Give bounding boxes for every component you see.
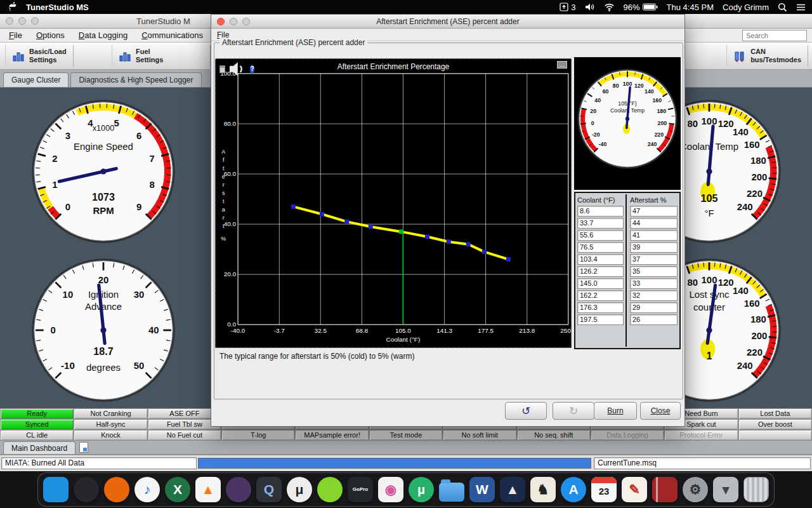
coolant-cell[interactable]: 8.6 (577, 206, 624, 217)
curve-point[interactable] (466, 242, 471, 246)
menubar-clock[interactable]: Thu 4:45 PM (667, 3, 714, 12)
zoom-window-button[interactable] (31, 17, 39, 25)
dock-dictionary-icon[interactable] (652, 477, 678, 502)
dock-itunes-icon[interactable]: ♪ (134, 477, 160, 502)
redo-button[interactable]: ↻ (553, 402, 594, 420)
dashboard-page-icon[interactable] (79, 442, 88, 453)
tab-gauge-cluster[interactable]: Gauge Cluster (3, 72, 69, 87)
menu-options[interactable]: Options (36, 30, 65, 40)
apple-menu-icon[interactable] (8, 2, 17, 12)
afterstart-cell[interactable]: 32 (630, 290, 678, 301)
dock-android-icon[interactable] (317, 477, 343, 502)
dock-rocket-icon[interactable]: ▲ (500, 477, 525, 502)
battery-indicator[interactable]: 96% (624, 3, 658, 12)
coolant-cell[interactable]: 76.5 (577, 242, 624, 253)
dock-utorrent-icon[interactable]: µ (409, 477, 434, 502)
dock-folder-icon[interactable] (439, 483, 464, 502)
dock-gears-app-icon[interactable]: ⚙ (683, 477, 708, 502)
curve-point[interactable] (291, 204, 296, 209)
engine-speed-gauge[interactable]: 0123456789x1000Engine Speed1073RPM (30, 98, 176, 244)
spotlight-search-icon[interactable] (778, 3, 787, 12)
dock-firefox-icon[interactable] (104, 477, 129, 502)
afterstart-cell[interactable]: 26 (630, 314, 678, 325)
dialog-minimize-button[interactable] (230, 18, 237, 25)
ignition-advance-gauge[interactable]: -1001020304050IgnitionAdvance18.7degrees (30, 257, 176, 403)
dock-photos-icon[interactable]: ◉ (378, 477, 403, 502)
can-bus-testmodes-button[interactable]: CANbus/Testmodes (726, 45, 808, 67)
menu-communications[interactable]: Communications (141, 30, 203, 40)
curve-point[interactable] (506, 257, 511, 262)
undo-button[interactable]: ↺ (505, 402, 547, 420)
curve-point[interactable] (320, 212, 324, 217)
dock-app-store-icon[interactable]: A (561, 477, 586, 502)
tab-diagnostics-high-speed-logger[interactable]: Diagnostics & High Speed Logger (70, 72, 201, 87)
menu-data-logging[interactable]: Data Logging (79, 30, 128, 40)
afterstart-cell[interactable]: 35 (630, 266, 678, 277)
dock-word-icon[interactable]: W (469, 477, 495, 502)
close-button[interactable]: Close (640, 402, 681, 420)
coolant-cell[interactable]: 145.0 (577, 278, 624, 289)
chart-window-icon[interactable] (219, 65, 225, 73)
coolant-cell[interactable]: 126.2 (577, 266, 624, 277)
burn-button[interactable]: Burn (594, 402, 637, 420)
dialog-zoom-button[interactable] (242, 18, 250, 25)
volume-icon[interactable] (585, 3, 595, 11)
curve-point[interactable] (482, 250, 487, 254)
notification-center-icon[interactable] (796, 3, 806, 11)
dock-final-cut-icon[interactable] (226, 477, 251, 502)
afterstart-cell[interactable]: 37 (630, 254, 678, 265)
chart-speaker-icon[interactable] (229, 61, 247, 77)
afterstart-cell[interactable]: 29 (630, 302, 678, 313)
dialog-close-button[interactable] (217, 18, 225, 25)
curve-point[interactable] (399, 229, 403, 234)
chart-options-icon[interactable]: … (557, 61, 567, 69)
dock-mu-editor-icon[interactable]: μ (287, 477, 312, 502)
basic-load-settings-button[interactable]: Basic/LoadSettings (5, 45, 74, 67)
dock-dark-app-icon[interactable] (74, 477, 99, 502)
afterstart-cell[interactable]: 47 (630, 206, 678, 217)
fuel-settings-button[interactable]: FuelSettings (112, 45, 211, 67)
dock-finder-icon[interactable] (43, 477, 69, 502)
menubar-app-name[interactable]: TunerStudio MS (26, 3, 89, 12)
chart-help-icon[interactable]: ? (250, 65, 254, 74)
dock-trash-icon[interactable] (743, 477, 769, 502)
coolant-cell[interactable]: 162.2 (577, 290, 624, 301)
x-tick-label: 68.8 (356, 327, 369, 334)
curve-point[interactable] (425, 234, 429, 239)
search-input[interactable] (742, 30, 807, 41)
menu-file[interactable]: File (9, 30, 22, 40)
dialog-titlebar[interactable]: Afterstart Enrichment (ASE) percent adde… (211, 15, 684, 29)
menubar-user[interactable]: Cody Grimm (723, 3, 769, 12)
coolant-cell[interactable]: 55.6 (577, 230, 624, 241)
close-window-button[interactable] (6, 17, 13, 25)
ase-chart-svg[interactable]: -40.0-3.732.568.8105.0141.3177.5213.8250… (216, 59, 571, 347)
curve-point[interactable] (344, 220, 349, 224)
dock-gopro-icon[interactable]: GoPro (348, 477, 373, 502)
dock-chess-icon[interactable]: ♞ (530, 477, 556, 502)
gauge-scale-number: -40 (599, 141, 607, 147)
dock-excel-icon[interactable]: X (165, 477, 190, 502)
dock-art-supplies-icon[interactable]: ✎ (622, 477, 647, 502)
coolant-cell[interactable]: 33.7 (577, 218, 624, 229)
coolant-cell[interactable]: 176.3 (577, 302, 624, 313)
tab-main-dashboard[interactable]: Main Dashboard (3, 441, 75, 454)
dock-vlc-icon[interactable]: ▲ (195, 477, 221, 502)
coolant-cell[interactable]: 103.4 (577, 254, 624, 265)
menu-extra-sync[interactable]: 3 (560, 3, 575, 12)
curve-point[interactable] (369, 225, 373, 229)
afterstart-cell[interactable]: 44 (630, 218, 678, 229)
curve-point[interactable] (447, 239, 451, 244)
coolant-cell[interactable]: 197.5 (577, 314, 624, 325)
gauge-scale-number: 120 (718, 277, 734, 288)
afterstart-cell[interactable]: 41 (630, 230, 678, 241)
afterstart-cell[interactable]: 33 (630, 278, 678, 289)
minimize-window-button[interactable] (18, 17, 26, 25)
dock-downloads-stack-icon[interactable]: ▾ (713, 477, 738, 502)
dock-calendar-icon[interactable]: 23 (591, 477, 617, 502)
ase-curve-chart[interactable]: -40.0-3.732.568.8105.0141.3177.5213.8250… (215, 58, 572, 348)
dock-quicktime-icon[interactable]: Q (256, 477, 282, 502)
gauge-scale-number: 100 (702, 116, 717, 126)
afterstart-cell[interactable]: 39 (630, 242, 678, 253)
gauge-text: Engine Speed (74, 141, 133, 152)
wifi-icon[interactable] (604, 3, 615, 11)
